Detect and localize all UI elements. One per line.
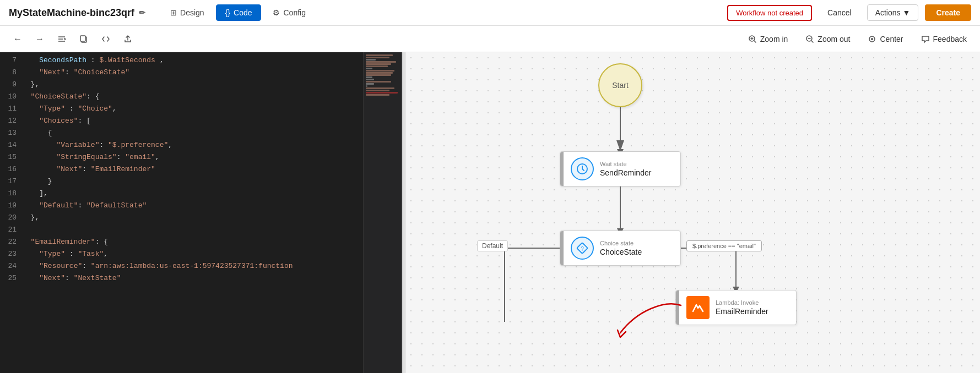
code-editor[interactable]: 7 8 9 10 11 12 13 14 15 16 17 18 19 20 2… (0, 52, 402, 373)
svg-text:?: ? (581, 246, 584, 252)
code-line-15: "StringEquals": "email", (22, 151, 363, 163)
code-line-24: "Resource": "arn:aws:lambda:us-east-1:59… (22, 260, 363, 272)
code-minimap (363, 52, 402, 373)
workflow-container: Start Wait state SendReminder (405, 52, 980, 373)
clock-icon (571, 157, 594, 180)
code-line-7: SecondsPath : $.WaitSeconds , (22, 54, 363, 67)
tab-code[interactable]: {} Code (216, 4, 262, 21)
code-line-11: "Type" : "Choice", (22, 103, 363, 115)
default-label: Default (477, 240, 508, 251)
node-choice-state[interactable]: ? Choice state ChoiceState (560, 231, 681, 266)
nav-tabs: ⊞ Design {} Code ⚙ Config (161, 4, 315, 21)
code-line-17: } (22, 175, 363, 188)
node-icon-area (569, 156, 595, 182)
lambda-icon (686, 296, 710, 319)
code-line-12: "Choices": [ (22, 115, 363, 127)
feedback-button[interactable]: Feedback (917, 32, 971, 46)
code-line-22: "EmailReminder": { (22, 236, 363, 248)
node-text: Lambda: Invoke EmailReminder (716, 299, 796, 316)
code-line-14: "Variable": "$.preference", (22, 139, 363, 151)
node-icon-area (685, 294, 711, 321)
code-line-21 (22, 224, 363, 236)
copy-button[interactable] (75, 30, 93, 48)
app-title: MyStateMachine-binc23qrf ✏ (9, 7, 145, 19)
code-line-18: ], (22, 188, 363, 200)
main-content: 7 8 9 10 11 12 13 14 15 16 17 18 19 20 2… (0, 52, 980, 373)
node-send-reminder[interactable]: Wait state SendReminder (560, 151, 681, 186)
node-bar (560, 231, 564, 265)
workflow-status-badge: Workflow not created (727, 5, 812, 21)
indent-button[interactable] (53, 30, 71, 48)
start-node: Start (598, 63, 642, 107)
export-button[interactable] (119, 30, 137, 48)
node-bar (676, 290, 679, 325)
edit-icon[interactable]: ✏ (139, 8, 145, 17)
cancel-button[interactable]: Cancel (819, 5, 860, 20)
tab-config[interactable]: ⚙ Config (263, 4, 315, 21)
code-line-25: "Next": "NextState" (22, 272, 363, 284)
diagram-panel[interactable]: Start Wait state SendReminder (405, 52, 980, 373)
zoom-out-button[interactable]: Zoom out (801, 32, 854, 46)
code-text[interactable]: SecondsPath : $.WaitSeconds , "Next": "C… (22, 52, 363, 373)
config-icon: ⚙ (273, 8, 280, 17)
create-button[interactable]: Create (925, 4, 971, 21)
choice-icon: ? (571, 237, 594, 260)
code-line-8: "Next": "ChoiceState" (22, 67, 363, 79)
svg-rect-1 (80, 36, 85, 41)
line-numbers: 7 8 9 10 11 12 13 14 15 16 17 18 19 20 2… (0, 52, 22, 373)
code-icon: {} (225, 8, 230, 17)
code-line-20: }, (22, 212, 363, 224)
node-bar (560, 152, 564, 186)
actions-button[interactable]: Actions ▼ (867, 4, 919, 21)
node-text: Wait state SendReminder (600, 161, 680, 177)
diagram-toolbar: Zoom in Zoom out Center Feedback (744, 32, 971, 46)
node-text: Choice state ChoiceState (600, 240, 680, 256)
tab-design[interactable]: ⊞ Design (161, 4, 214, 21)
condition-label: $.preference == "email" (686, 240, 762, 251)
node-email-reminder[interactable]: Lambda: Invoke EmailReminder (675, 290, 797, 325)
toolbar: ← → Zoom in Zoom out Center Feedback (0, 26, 980, 52)
code-view-button[interactable] (97, 30, 115, 48)
dropdown-icon: ▼ (903, 8, 911, 17)
forward-button[interactable]: → (31, 30, 48, 48)
code-line-10: "ChoiceState": { (22, 91, 363, 103)
code-line-13: { (22, 127, 363, 139)
zoom-in-button[interactable]: Zoom in (744, 32, 793, 46)
back-button[interactable]: ← (9, 30, 26, 48)
center-button[interactable]: Center (863, 32, 907, 46)
node-icon-area: ? (569, 235, 595, 261)
header: MyStateMachine-binc23qrf ✏ ⊞ Design {} C… (0, 0, 980, 26)
svg-point-5 (871, 38, 873, 40)
code-line-23: "Type" : "Task", (22, 248, 363, 260)
code-line-9: }, (22, 79, 363, 91)
title-text: MyStateMachine-binc23qrf (9, 7, 134, 19)
code-line-16: "Next": "EmailReminder" (22, 163, 363, 175)
code-line-19: "Default": "DefaultState" (22, 200, 363, 212)
design-icon: ⊞ (170, 8, 177, 17)
